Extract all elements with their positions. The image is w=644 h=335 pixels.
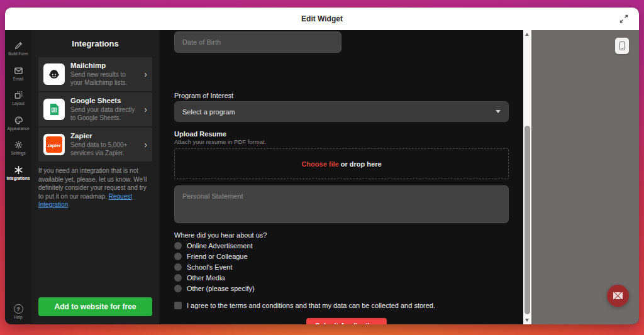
integration-description: Send your data directly to Google Sheets… — [70, 106, 138, 122]
radio-label: Online Advertisement — [187, 242, 253, 250]
resume-dropzone[interactable]: Choose file or drop here — [174, 148, 509, 179]
program-select[interactable]: Select a program — [174, 101, 509, 122]
sidebar-item-settings[interactable]: Settings — [5, 136, 31, 161]
integration-description: Send new results to your Mailchimp lists… — [70, 70, 138, 87]
expand-arrows-icon — [619, 14, 628, 23]
help-button[interactable]: ? Help — [5, 304, 31, 319]
expand-button[interactable] — [618, 13, 630, 25]
radio-option-friend-or-colleague[interactable]: Friend or Colleague — [174, 253, 255, 260]
google-sheets-logo-icon — [43, 99, 65, 120]
envelope-icon — [613, 292, 623, 299]
sidebar-item-label: Build Form — [8, 52, 28, 57]
scrollbar-thumb[interactable] — [525, 126, 530, 314]
program-select-value: Select a program — [182, 108, 235, 116]
sidebar-item-integrations[interactable]: Integrations — [5, 161, 31, 186]
drop-here-text: or drop here — [339, 160, 382, 168]
mobile-preview-button[interactable] — [615, 38, 629, 54]
radio-label: School's Event — [187, 263, 232, 271]
window-title: Edit Widget — [301, 14, 343, 23]
panel-title: Integrations — [38, 39, 152, 48]
zapier-logo-icon: zapier — [43, 134, 65, 155]
radio-option-other-media[interactable]: Other Media — [174, 274, 255, 282]
upload-resume-label: Upload Resume — [174, 130, 226, 138]
vertical-scrollbar[interactable] — [523, 30, 531, 324]
integrations-panel: Integrations Mailchimp Send new results … — [31, 30, 159, 324]
sidebar-item-label: Settings — [11, 151, 26, 156]
terms-label: I agree to the terms and conditions and … — [187, 302, 435, 309]
sidebar-item-layout[interactable]: Layout — [5, 86, 31, 111]
integration-request-note: If you need an integration that is not a… — [38, 167, 152, 209]
question-mark-icon: ? — [14, 304, 23, 314]
svg-text:zapier: zapier — [47, 143, 61, 148]
hear-about-us-label: Where did you hear about us? — [174, 231, 267, 239]
radio-label: Other Media — [187, 274, 225, 282]
submit-application-button[interactable]: Submit Application — [306, 318, 387, 324]
contact-widget-button[interactable] — [607, 285, 629, 307]
sidebar-item-email[interactable]: Email — [5, 62, 31, 87]
integration-name: Mailchimp — [70, 62, 138, 69]
program-of-interest-label: Program of Interest — [174, 92, 233, 99]
envelope-icon — [14, 66, 23, 75]
terms-agreement-row[interactable]: I agree to the terms and conditions and … — [174, 302, 435, 309]
edit-widget-window: Edit Widget Build Form Em — [5, 8, 639, 324]
radio-option-online-advertisement[interactable]: Online Advertisement — [174, 242, 255, 250]
radio-icon[interactable] — [174, 242, 182, 250]
upload-resume-hint: Attach your resume in PDF format. — [174, 138, 266, 145]
date-of-birth-input[interactable] — [174, 31, 341, 53]
radio-icon[interactable] — [174, 285, 182, 292]
sidebar-item-label: Appearance — [7, 127, 29, 131]
chevron-right-icon: › — [144, 140, 147, 150]
chevron-right-icon: › — [144, 104, 147, 114]
radio-option-other-specify[interactable]: Other (please specify) — [174, 285, 255, 292]
scroll-up-arrow[interactable] — [525, 33, 529, 36]
chevron-right-icon: › — [144, 69, 147, 79]
radio-icon[interactable] — [174, 263, 182, 271]
add-to-website-button[interactable]: Add to website for free — [38, 297, 152, 316]
sidebar-item-appearance[interactable]: Appearance — [5, 111, 31, 136]
integration-card-mailchimp[interactable]: Mailchimp Send new results to your Mailc… — [38, 57, 152, 91]
left-nav-rail: Build Form Email Layout Appearance Setti… — [5, 30, 31, 324]
sidebar-item-label: Layout — [12, 102, 25, 106]
hub-icon — [14, 165, 23, 175]
editor-stage: Edit Widget Build Form Em — [0, 0, 644, 335]
hear-about-us-options: Online Advertisement Friend or Colleague… — [174, 242, 255, 292]
layout-icon — [14, 91, 23, 100]
palette-icon — [14, 116, 23, 125]
radio-label: Friend or Colleague — [187, 253, 248, 260]
help-label: Help — [14, 315, 22, 319]
mailchimp-logo-icon — [43, 63, 65, 85]
terms-checkbox[interactable] — [174, 302, 182, 309]
gear-icon — [14, 140, 23, 150]
chevron-down-icon — [496, 110, 501, 113]
sidebar-item-label: Integrations — [6, 177, 30, 181]
personal-statement-textarea[interactable] — [174, 185, 509, 223]
radio-option-schools-event[interactable]: School's Event — [174, 263, 255, 271]
pencil-icon — [14, 41, 23, 50]
integration-description: Send data to 5,000+ services via Zapier. — [70, 141, 138, 157]
radio-icon[interactable] — [174, 274, 182, 282]
sidebar-item-build-form[interactable]: Build Form — [5, 36, 31, 62]
choose-file-link[interactable]: Choose file — [301, 160, 338, 168]
integration-card-zapier[interactable]: zapier Zapier Send data to 5,000+ servic… — [38, 128, 152, 162]
sidebar-item-label: Email — [13, 77, 23, 82]
integration-name: Zapier — [70, 132, 138, 140]
preview-background — [531, 30, 639, 324]
window-topbar: Edit Widget — [5, 8, 639, 30]
form-preview-area: Program of Interest Select a program Upl… — [159, 30, 523, 324]
integration-name: Google Sheets — [70, 97, 138, 104]
phone-icon — [619, 41, 625, 50]
scroll-down-arrow[interactable] — [525, 319, 529, 322]
window-content: Build Form Email Layout Appearance Setti… — [5, 30, 639, 324]
radio-icon[interactable] — [174, 253, 182, 260]
radio-label: Other (please specify) — [187, 285, 255, 292]
integration-card-google-sheets[interactable]: Google Sheets Send your data directly to… — [38, 92, 152, 126]
